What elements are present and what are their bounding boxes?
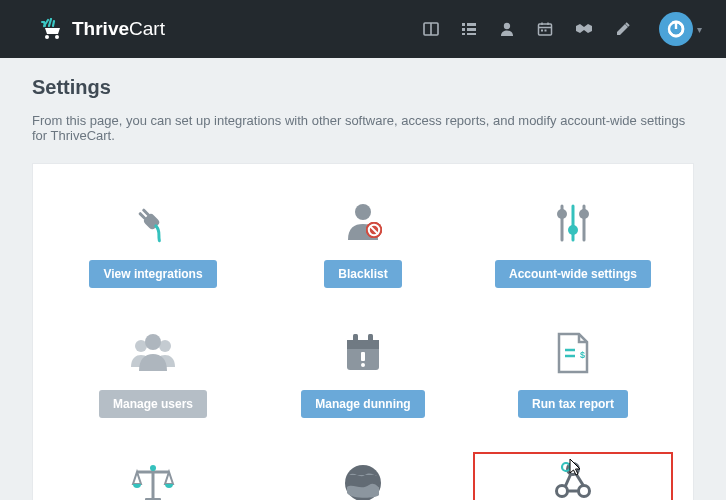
svg-rect-15 — [541, 30, 543, 32]
svg-point-37 — [579, 209, 589, 219]
tile-api-webhooks: API & webhooks — [473, 452, 673, 500]
page-description: From this page, you can set up integrati… — [32, 113, 694, 143]
logo-text: ThriveCart — [72, 18, 165, 40]
handshake-icon[interactable] — [575, 21, 593, 37]
sliders-icon — [550, 198, 596, 248]
plug-icon — [130, 198, 176, 248]
svg-rect-44 — [368, 334, 373, 343]
svg-rect-43 — [353, 334, 358, 343]
tile-dunning: Manage dunning — [263, 322, 463, 424]
tile-tax: $ Run tax report — [473, 322, 673, 424]
settings-grid: View integrations Blackli — [32, 163, 694, 500]
svg-point-23 — [355, 204, 371, 220]
svg-rect-42 — [347, 340, 379, 349]
manage-dunning-button[interactable]: Manage dunning — [301, 390, 424, 418]
svg-point-57 — [579, 486, 590, 497]
calendar-icon[interactable] — [537, 21, 553, 37]
tile-users: Manage users — [53, 322, 253, 424]
dunning-icon — [341, 328, 385, 378]
tax-report-icon: $ — [553, 328, 593, 378]
svg-rect-9 — [467, 33, 476, 35]
svg-rect-6 — [462, 28, 465, 31]
panels-icon[interactable] — [423, 21, 439, 37]
svg-point-1 — [55, 35, 59, 39]
tile-translation: Custom text & translation — [263, 452, 463, 500]
svg-point-56 — [557, 486, 568, 497]
svg-rect-45 — [361, 352, 365, 361]
svg-point-0 — [45, 35, 49, 39]
webhook-icon — [549, 458, 597, 500]
person-icon[interactable] — [499, 21, 515, 37]
logo-mark-icon — [40, 18, 64, 40]
tile-integrations: View integrations — [53, 192, 253, 294]
tile-account-settings: Account-wide settings — [473, 192, 673, 294]
nav-icons: ▾ — [423, 12, 702, 46]
tile-legal: Legal & compliance — [53, 452, 253, 500]
svg-point-52 — [150, 465, 156, 471]
edit-icon[interactable] — [615, 21, 631, 37]
svg-point-40 — [145, 334, 161, 350]
svg-point-46 — [361, 363, 365, 367]
svg-rect-7 — [467, 28, 476, 31]
svg-rect-16 — [545, 30, 547, 32]
view-integrations-button[interactable]: View integrations — [89, 260, 216, 288]
manage-users-button[interactable]: Manage users — [99, 390, 207, 418]
svg-rect-8 — [462, 33, 465, 35]
logo[interactable]: ThriveCart — [40, 18, 165, 40]
tile-blacklist: Blacklist — [263, 192, 463, 294]
power-icon — [659, 12, 693, 46]
chevron-down-icon: ▾ — [697, 24, 702, 35]
page-body: Settings From this page, you can set up … — [0, 58, 726, 500]
blacklist-icon — [340, 198, 386, 248]
svg-point-36 — [568, 225, 578, 235]
svg-point-35 — [557, 209, 567, 219]
run-tax-report-button[interactable]: Run tax report — [518, 390, 628, 418]
svg-point-10 — [504, 23, 510, 29]
account-settings-button[interactable]: Account-wide settings — [495, 260, 651, 288]
scales-icon — [128, 458, 178, 500]
page-title: Settings — [32, 76, 694, 99]
svg-rect-4 — [462, 23, 465, 26]
globe-icon — [341, 458, 385, 500]
svg-text:$: $ — [580, 350, 585, 360]
users-icon — [127, 328, 179, 378]
svg-rect-5 — [467, 23, 476, 26]
account-menu[interactable]: ▾ — [653, 12, 702, 46]
blacklist-button[interactable]: Blacklist — [324, 260, 401, 288]
topbar: ThriveCart ▾ — [0, 0, 726, 58]
list-icon[interactable] — [461, 21, 477, 37]
